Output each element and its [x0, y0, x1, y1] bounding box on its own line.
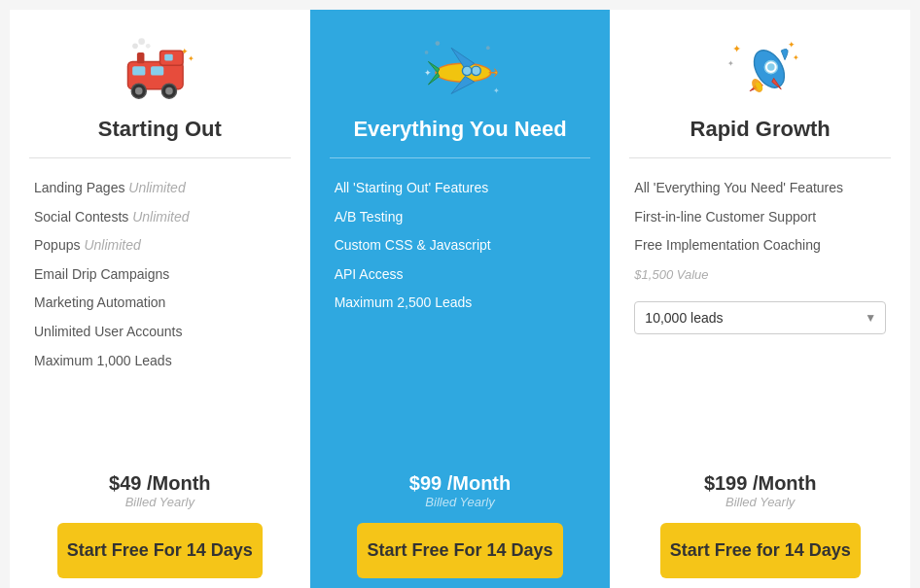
svg-text:✦: ✦	[492, 86, 499, 95]
svg-text:✦: ✦	[793, 52, 799, 61]
plan-starting-out: ✦ ✦ Starting Out Landing Pages Unlimited…	[10, 10, 310, 588]
svg-text:✦: ✦	[788, 39, 796, 50]
leads-select-wrapper: 10,000 leads 25,000 leads 50,000 leads 1…	[634, 301, 886, 334]
feature-item: API Access	[335, 260, 586, 290]
billed-rapid-growth: Billed Yearly	[660, 495, 861, 509]
price-everything-you-need: $99 /Month	[357, 472, 562, 495]
unlimited-label: Unlimited	[84, 237, 140, 253]
value-note: $1,500 Value	[634, 267, 708, 282]
pricing-section-rapid-growth: $199 /Month Billed Yearly Start Free for…	[660, 453, 861, 578]
pricing-container: ✦ ✦ Starting Out Landing Pages Unlimited…	[10, 10, 910, 588]
feature-item: Custom CSS & Javascript	[335, 231, 586, 260]
feature-item: Marketing Automation	[34, 289, 286, 318]
feature-item: All 'Starting Out' Features	[335, 174, 586, 203]
value-note-item: $1,500 Value	[634, 260, 886, 290]
features-list-everything-you-need: All 'Starting Out' Features A/B Testing …	[330, 174, 591, 453]
svg-point-8	[165, 86, 173, 94]
plan-icon-train: ✦ ✦	[116, 29, 203, 107]
cta-button-rapid-growth[interactable]: Start Free for 14 Days	[660, 523, 861, 578]
billed-everything-you-need: Billed Yearly	[357, 495, 562, 509]
features-list-starting-out: Landing Pages Unlimited Social Contests …	[29, 174, 291, 453]
svg-point-16	[471, 66, 479, 75]
unlimited-label: Unlimited	[132, 209, 189, 225]
price-rapid-growth: $199 /Month	[660, 472, 861, 495]
svg-point-19	[424, 51, 428, 54]
svg-point-25	[767, 63, 775, 71]
unlimited-label: Unlimited	[128, 180, 185, 195]
divider-rapid-growth	[629, 157, 891, 158]
features-list-rapid-growth: All 'Everything You Need' Features First…	[629, 174, 891, 453]
svg-point-17	[462, 66, 471, 75]
divider-starting-out	[29, 157, 291, 158]
svg-text:✦: ✦	[188, 54, 195, 63]
price-starting-out: $49 /Month	[57, 472, 263, 495]
leads-select[interactable]: 10,000 leads 25,000 leads 50,000 leads 1…	[634, 301, 886, 334]
cta-button-everything-you-need[interactable]: Start Free For 14 Days	[357, 523, 562, 578]
plan-title-rapid-growth: Rapid Growth	[690, 117, 831, 142]
feature-item: All 'Everything You Need' Features	[634, 174, 886, 203]
svg-point-12	[146, 44, 151, 49]
divider-everything-you-need	[330, 157, 591, 158]
svg-rect-3	[151, 66, 163, 75]
svg-text:✦: ✦	[732, 42, 741, 53]
svg-point-11	[138, 38, 145, 45]
svg-rect-2	[132, 66, 145, 75]
svg-text:✦: ✦	[423, 67, 431, 77]
svg-text:✦: ✦	[728, 59, 735, 68]
svg-point-10	[132, 43, 138, 49]
plan-everything-you-need: ✦ ✦ Everything You Need All 'Starting Ou…	[310, 10, 611, 588]
plan-icon-rocket: ✦ ✦ ✦ ✦	[717, 29, 804, 107]
plan-title-everything-you-need: Everything You Need	[353, 117, 566, 142]
feature-item: Popups Unlimited	[34, 231, 286, 260]
leads-selector-item: 10,000 leads 25,000 leads 50,000 leads 1…	[634, 289, 886, 347]
svg-point-20	[485, 46, 489, 50]
feature-item: Email Drip Campaigns	[34, 260, 286, 290]
svg-point-6	[135, 86, 143, 94]
plan-title-starting-out: Starting Out	[98, 117, 222, 142]
billed-starting-out: Billed Yearly	[57, 495, 263, 509]
svg-rect-9	[137, 52, 145, 62]
svg-rect-4	[164, 53, 173, 60]
cta-button-starting-out[interactable]: Start Free For 14 Days	[57, 523, 263, 578]
svg-point-18	[435, 41, 440, 46]
feature-item: Unlimited User Accounts	[34, 318, 286, 347]
feature-item: First-in-line Customer Support	[634, 203, 886, 232]
pricing-section-starting-out: $49 /Month Billed Yearly Start Free For …	[57, 453, 263, 578]
feature-item: Free Implementation Coaching	[634, 231, 886, 260]
feature-item: A/B Testing	[335, 203, 586, 232]
feature-item: Maximum 2,500 Leads	[335, 289, 586, 318]
plan-rapid-growth: ✦ ✦ ✦ ✦ Rapid Growth All 'Everything You…	[610, 10, 910, 588]
plan-icon-plane: ✦ ✦	[416, 29, 504, 107]
feature-item: Social Contests Unlimited	[34, 203, 286, 232]
pricing-section-everything-you-need: $99 /Month Billed Yearly Start Free For …	[357, 453, 562, 578]
feature-item: Landing Pages Unlimited	[34, 174, 286, 203]
feature-item: Maximum 1,000 Leads	[34, 347, 286, 376]
